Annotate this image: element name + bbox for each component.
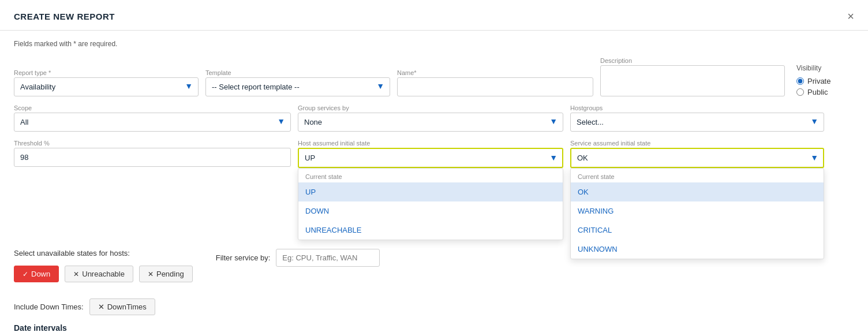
report-type-wrapper: Report type * Availability ▼ [14, 69, 199, 96]
host-dropdown-item-down[interactable]: DOWN [298, 201, 563, 221]
unavailable-states-section: Select unavailable states for hosts: ✓ D… [14, 249, 193, 290]
filter-service-input[interactable] [276, 249, 380, 267]
modal-body: Fields marked with * are required. Repor… [0, 31, 868, 336]
host-assumed-label: Host assumed initial state [298, 140, 563, 147]
include-downtimes-row: Include Down Times: ✕ DownTimes [14, 298, 854, 315]
close-button[interactable]: × [847, 10, 854, 22]
downtime-cross-icon: ✕ [98, 303, 104, 311]
public-radio[interactable] [796, 88, 804, 96]
description-textarea[interactable] [600, 65, 785, 96]
host-dropdown-item-unreachable[interactable]: UNREACHABLE [298, 221, 563, 240]
host-assumed-select[interactable]: UP [298, 148, 563, 168]
service-dropdown-section-label: Current state [571, 169, 824, 182]
states-buttons-row: ✓ Down ✕ Unreachable ✕ Pending [14, 266, 193, 282]
private-label: Private [807, 77, 830, 85]
host-dropdown-item-up[interactable]: UP [298, 182, 563, 201]
description-label: Description [600, 57, 785, 64]
description-wrapper: Description [600, 57, 785, 96]
down-label: Down [31, 270, 50, 278]
state-btn-pending[interactable]: ✕ Pending [139, 266, 193, 282]
scope-label: Scope [14, 104, 291, 111]
visibility-label: Visibility [796, 64, 830, 72]
name-input[interactable] [397, 77, 593, 96]
states-row: Select unavailable states for hosts: [14, 249, 193, 257]
template-label: Template [205, 69, 390, 76]
host-dropdown-section-label: Current state [298, 169, 563, 182]
state-btn-down[interactable]: ✓ Down [14, 266, 59, 282]
date-intervals-title: Date intervals [14, 323, 854, 333]
template-select[interactable]: -- Select report template -- [205, 77, 390, 96]
create-report-modal: CREATE NEW REPORT × Fields marked with *… [0, 0, 868, 336]
filter-service-section: Filter service by: [216, 249, 380, 267]
template-wrapper: Template -- Select report template -- ▼ [205, 69, 390, 96]
state-btn-unreachable[interactable]: ✕ Unreachable [65, 266, 133, 282]
service-assumed-wrapper: Service assumed initial state OK ▼ Curre… [570, 140, 824, 168]
service-dropdown-item-unknown[interactable]: UNKNOWN [571, 240, 824, 259]
threshold-input[interactable] [14, 148, 291, 167]
hostgroups-select[interactable]: Select... [570, 113, 824, 132]
service-dropdown-item-warning[interactable]: WARNING [571, 201, 824, 221]
service-assumed-dropdown: Current state OK WARNING CRITICAL UNKNOW… [570, 168, 824, 259]
private-radio[interactable] [796, 77, 804, 85]
public-label: Public [807, 88, 828, 96]
report-type-select[interactable]: Availability [14, 77, 199, 96]
group-services-label: Group services by [298, 104, 563, 111]
hostgroups-wrapper: Hostgroups Select... ▼ [570, 104, 824, 132]
visibility-public[interactable]: Public [796, 88, 830, 96]
service-dropdown-item-ok[interactable]: OK [571, 182, 824, 201]
row-2: Scope All ▼ Group services by None ▼ Hos… [14, 104, 854, 132]
group-services-wrapper: Group services by None ▼ [298, 104, 563, 132]
pending-cross-icon: ✕ [148, 270, 154, 278]
modal-header: CREATE NEW REPORT × [0, 0, 868, 31]
visibility-private[interactable]: Private [796, 77, 830, 85]
include-downtimes-label: Include Down Times: [14, 303, 84, 311]
service-assumed-select[interactable]: OK [570, 148, 824, 168]
scope-wrapper: Scope All ▼ [14, 104, 291, 132]
visibility-group: Visibility Private Public [796, 64, 830, 96]
downtimes-button[interactable]: ✕ DownTimes [89, 298, 155, 315]
host-assumed-dropdown: Current state UP DOWN UNREACHABLE [298, 168, 563, 240]
service-dropdown-item-critical[interactable]: CRITICAL [571, 221, 824, 240]
threshold-label: Threshold % [14, 140, 291, 147]
unreachable-cross-icon: ✕ [73, 270, 79, 278]
modal-title: CREATE NEW REPORT [14, 12, 115, 21]
group-services-select[interactable]: None [298, 113, 563, 132]
filter-service-label: Filter service by: [216, 253, 271, 262]
scope-select[interactable]: All [14, 113, 291, 132]
unavailable-states-label: Select unavailable states for hosts: [14, 249, 130, 257]
downtime-button-label: DownTimes [107, 303, 147, 311]
threshold-wrapper: Threshold % [14, 140, 291, 167]
unreachable-label: Unreachable [82, 270, 125, 278]
name-wrapper: Name* [397, 69, 593, 96]
down-check-icon: ✓ [23, 270, 28, 278]
pending-label: Pending [156, 270, 184, 278]
hostgroups-label: Hostgroups [570, 104, 824, 111]
fields-note: Fields marked with * are required. [14, 40, 854, 48]
row-1: Report type * Availability ▼ Template --… [14, 57, 854, 96]
row-3: Threshold % Host assumed initial state U… [14, 140, 854, 168]
host-assumed-wrapper: Host assumed initial state UP ▼ Current … [298, 140, 563, 168]
name-label: Name* [397, 69, 593, 76]
report-type-label: Report type * [14, 69, 199, 76]
service-assumed-label: Service assumed initial state [570, 140, 824, 147]
